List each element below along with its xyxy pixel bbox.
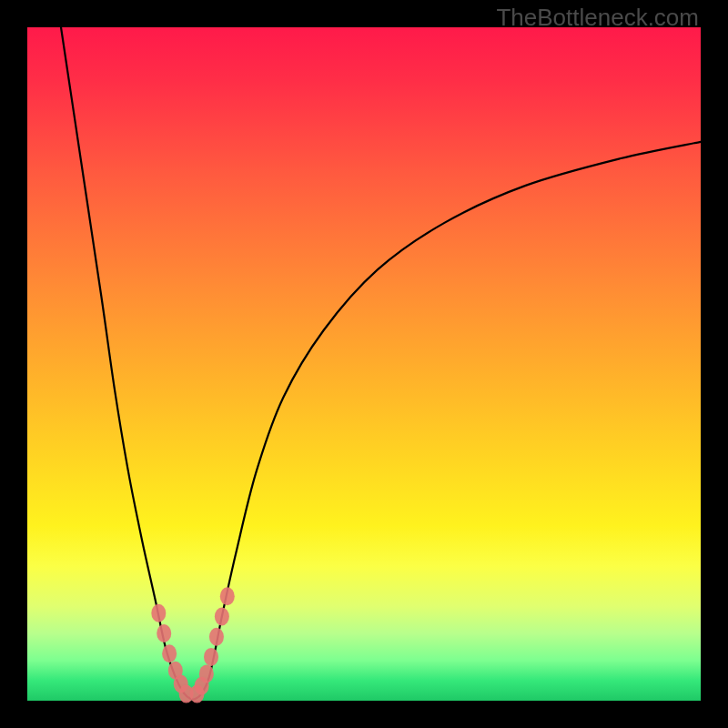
marker-point (209, 628, 224, 646)
marker-group (151, 587, 234, 703)
marker-point (157, 624, 171, 642)
marker-point (162, 644, 177, 662)
marker-point (199, 664, 214, 682)
bottleneck-curve (61, 27, 701, 700)
marker-point (151, 604, 166, 622)
chart-frame: TheBottleneck.com (0, 0, 728, 728)
watermark-text: TheBottleneck.com (496, 4, 699, 32)
marker-point (220, 587, 235, 605)
marker-point (215, 608, 229, 626)
chart-svg (27, 27, 701, 701)
marker-point (204, 648, 218, 666)
plot-area (27, 27, 701, 701)
